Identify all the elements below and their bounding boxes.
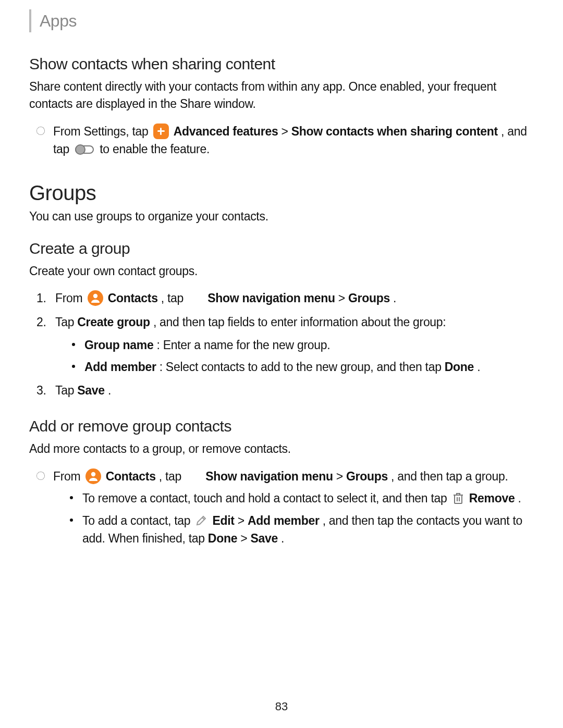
label-group-name: Group name xyxy=(84,338,153,352)
label-remove: Remove xyxy=(469,491,515,505)
list-item: To remove a contact, touch and hold a co… xyxy=(64,489,534,508)
label-groups: Groups xyxy=(346,470,388,483)
list-item: To add a contact, tap Edit > Add member … xyxy=(64,512,534,548)
trash-icon xyxy=(452,491,464,505)
advanced-features-icon xyxy=(153,124,169,139)
text: To add a contact, tap xyxy=(82,514,193,527)
heading-create-group: Create a group xyxy=(29,240,534,257)
text: . xyxy=(108,384,111,397)
list-item: From Contacts , tap Show navigation menu… xyxy=(29,467,534,548)
page-number: 83 xyxy=(0,700,563,713)
heading-add-remove: Add or remove group contacts xyxy=(29,417,534,435)
paragraph: Create your own contact groups. xyxy=(29,263,534,280)
page-header: Apps xyxy=(29,9,534,32)
header-title: Apps xyxy=(40,11,77,31)
svg-point-1 xyxy=(91,472,95,476)
text: . xyxy=(281,532,284,545)
text: . xyxy=(518,491,521,505)
svg-rect-2 xyxy=(455,495,462,503)
bullet-list: From Settings, tap Advanced features > S… xyxy=(29,122,534,158)
label-done: Done xyxy=(208,532,237,545)
label-add-member: Add member xyxy=(84,360,156,374)
list-item: Add member : Select contacts to add to t… xyxy=(66,358,534,376)
text: > xyxy=(338,291,348,305)
numbered-list: From Contacts , tap Show navigation menu… xyxy=(29,289,534,400)
bullet-list: From Contacts , tap Show navigation menu… xyxy=(29,467,534,548)
text: to enable the feature. xyxy=(100,142,210,156)
text: > xyxy=(282,125,291,138)
hamburger-icon xyxy=(186,471,201,482)
label-done: Done xyxy=(445,360,474,374)
paragraph: Add more contacts to a group, or remove … xyxy=(29,440,534,458)
text: > xyxy=(240,532,250,545)
heading-groups: Groups xyxy=(29,181,534,205)
toggle-icon xyxy=(74,143,95,156)
paragraph: You can use groups to organize your cont… xyxy=(29,208,534,225)
heading-show-contacts: Show contacts when sharing content xyxy=(29,55,534,73)
text: To remove a contact, touch and hold a co… xyxy=(82,491,450,505)
text: From xyxy=(55,291,86,305)
label-show-nav-menu: Show navigation menu xyxy=(205,470,333,483)
text: From xyxy=(53,470,84,483)
label-create-group: Create group xyxy=(77,315,150,329)
text: . xyxy=(393,291,396,305)
list-item: Group name : Enter a name for the new gr… xyxy=(66,336,534,354)
text: Tap xyxy=(55,315,77,329)
text: : Enter a name for the new group. xyxy=(157,338,331,352)
text: , and then tap fields to enter informati… xyxy=(153,315,446,329)
text: From Settings, tap xyxy=(53,125,152,138)
label-advanced-features: Advanced features xyxy=(174,125,278,138)
document-page: Apps Show contacts when sharing content … xyxy=(0,0,563,728)
svg-point-0 xyxy=(93,294,97,298)
label-show-nav-menu: Show navigation menu xyxy=(207,291,335,305)
text: , tap xyxy=(159,470,185,483)
header-rule xyxy=(29,9,31,32)
text: , and then tap a group. xyxy=(391,470,508,483)
list-item: Tap Save . xyxy=(29,381,534,400)
label-contacts: Contacts xyxy=(106,470,156,483)
sub-list: Group name : Enter a name for the new gr… xyxy=(66,336,534,376)
label-add-member: Add member xyxy=(248,514,320,527)
text: , tap xyxy=(161,291,187,305)
label-show-contacts: Show contacts when sharing content xyxy=(291,125,498,138)
label-edit: Edit xyxy=(212,514,234,527)
list-item: From Contacts , tap Show navigation menu… xyxy=(29,289,534,308)
text: : Select contacts to add to the new grou… xyxy=(160,360,445,374)
pencil-icon xyxy=(195,514,207,527)
list-item: Tap Create group , and then tap fields t… xyxy=(29,313,534,376)
text: . xyxy=(477,360,480,374)
text: > xyxy=(238,514,248,527)
label-groups: Groups xyxy=(348,291,390,305)
text: Tap xyxy=(55,384,77,397)
contacts-icon xyxy=(85,468,101,484)
list-item: From Settings, tap Advanced features > S… xyxy=(29,122,534,158)
contacts-icon xyxy=(88,290,103,306)
hamburger-icon xyxy=(188,292,203,304)
paragraph: Share content directly with your contact… xyxy=(29,78,534,113)
text: > xyxy=(336,470,346,483)
label-save: Save xyxy=(251,532,278,545)
label-save: Save xyxy=(77,384,105,397)
label-contacts: Contacts xyxy=(108,291,158,305)
sub-list: To remove a contact, touch and hold a co… xyxy=(64,489,534,548)
